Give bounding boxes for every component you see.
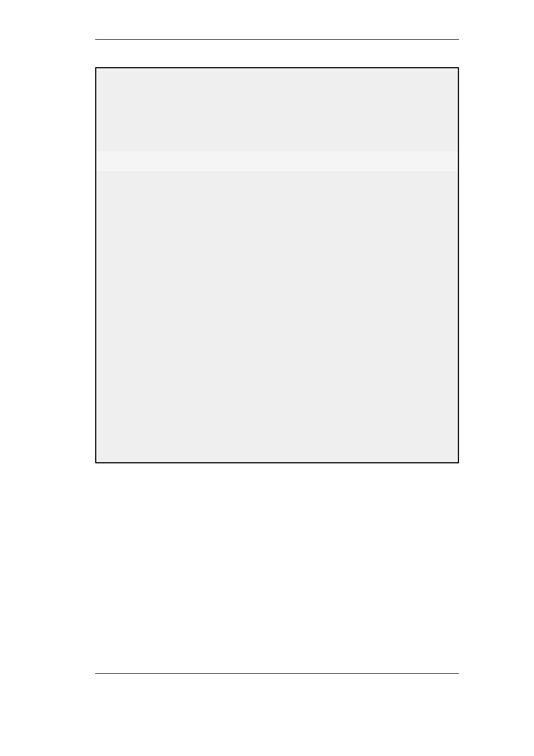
content-box	[95, 67, 459, 463]
footer-rule	[95, 673, 459, 674]
content-box-band	[96, 151, 458, 171]
header-rule	[95, 39, 459, 40]
document-page	[0, 0, 534, 756]
